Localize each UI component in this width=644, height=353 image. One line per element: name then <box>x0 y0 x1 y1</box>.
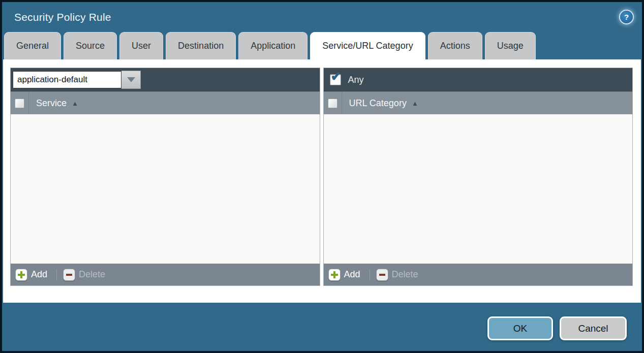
tab-label: Service/URL Category <box>322 41 413 51</box>
tab-general[interactable]: General <box>4 32 61 59</box>
chevron-down-icon <box>127 77 135 82</box>
tab-label: Usage <box>497 41 524 51</box>
url-category-column-label[interactable]: URL Category <box>349 98 407 109</box>
url-category-add-button[interactable]: Add <box>328 269 360 281</box>
service-add-button[interactable]: Add <box>15 269 47 281</box>
url-category-delete-button[interactable]: Delete <box>376 269 418 281</box>
plus-icon <box>328 269 341 281</box>
minus-icon <box>63 269 75 281</box>
footer-divider <box>56 269 57 280</box>
url-category-column-header: URL Category ▲ <box>324 91 633 114</box>
tab-destination[interactable]: Destination <box>166 32 236 59</box>
url-category-select-all-checkbox[interactable] <box>328 99 338 108</box>
add-button-label: Add <box>344 269 360 280</box>
service-select-all-checkbox[interactable] <box>15 99 24 108</box>
tab-service-url-category[interactable]: Service/URL Category <box>310 32 425 59</box>
url-category-panel-header: ✔ Any <box>324 68 633 91</box>
tab-label: Actions <box>440 41 470 51</box>
service-list[interactable] <box>11 114 320 264</box>
panels-container: Service ▲ Add Delete <box>10 68 633 286</box>
url-category-panel-footer: Add Delete <box>324 264 633 285</box>
tab-actions[interactable]: Actions <box>428 32 482 59</box>
cancel-button[interactable]: Cancel <box>560 316 627 340</box>
service-type-dropdown-button[interactable] <box>121 71 141 89</box>
ok-button[interactable]: OK <box>487 316 553 340</box>
service-type-input[interactable] <box>13 71 121 88</box>
help-icon[interactable]: ? <box>620 11 633 23</box>
tab-label: Destination <box>178 41 224 51</box>
tab-label: General <box>16 41 49 51</box>
service-column-header: Service ▲ <box>11 91 320 114</box>
sort-ascending-icon[interactable]: ▲ <box>412 100 418 107</box>
tab-content: Service ▲ Add Delete <box>3 59 641 303</box>
plus-icon <box>15 269 27 281</box>
any-checkbox[interactable]: ✔ <box>330 74 341 85</box>
dialog-title: Security Policy Rule <box>14 11 111 23</box>
service-panel-header <box>11 68 320 91</box>
security-policy-rule-dialog: Security Policy Rule ? General Source Us… <box>2 2 642 351</box>
service-column-label[interactable]: Service <box>36 98 67 109</box>
service-panel: Service ▲ Add Delete <box>10 68 320 286</box>
url-category-panel: ✔ Any URL Category ▲ Add <box>323 68 633 286</box>
tab-label: Application <box>251 41 295 51</box>
any-row: ✔ Any <box>326 74 364 85</box>
url-category-select-all-cell <box>324 92 342 114</box>
any-label: Any <box>348 75 364 85</box>
footer-divider <box>370 269 370 280</box>
service-delete-button[interactable]: Delete <box>63 269 105 281</box>
tab-usage[interactable]: Usage <box>485 32 536 59</box>
tab-bar: General Source User Destination Applicat… <box>2 32 642 59</box>
service-panel-footer: Add Delete <box>11 264 320 285</box>
add-button-label: Add <box>31 269 47 280</box>
tab-application[interactable]: Application <box>238 32 308 59</box>
url-category-list[interactable] <box>324 114 633 264</box>
tab-source[interactable]: Source <box>64 32 117 59</box>
service-select-all-cell <box>11 92 29 114</box>
checkmark-icon: ✔ <box>331 70 342 83</box>
delete-button-label: Delete <box>392 269 418 280</box>
tab-label: Source <box>76 41 105 51</box>
tab-user[interactable]: User <box>119 32 163 59</box>
delete-button-label: Delete <box>79 269 105 280</box>
titlebar: Security Policy Rule ? <box>2 2 642 32</box>
tab-label: User <box>132 41 151 51</box>
sort-ascending-icon[interactable]: ▲ <box>72 100 78 107</box>
service-type-combobox <box>13 71 141 89</box>
dialog-button-row: OK Cancel <box>487 316 627 340</box>
minus-icon <box>376 269 388 281</box>
